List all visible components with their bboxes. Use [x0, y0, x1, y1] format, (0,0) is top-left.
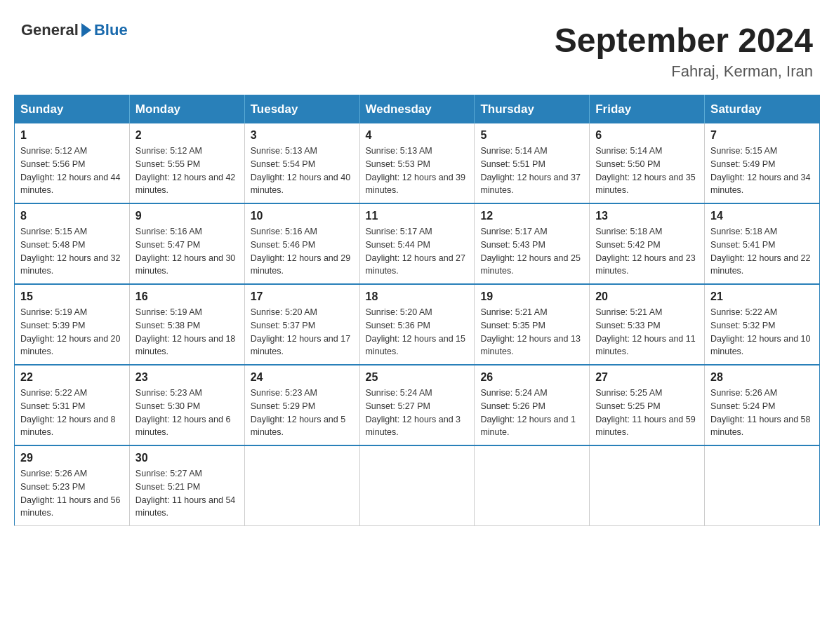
calendar-cell: 20 Sunrise: 5:21 AMSunset: 5:33 PMDaylig… [590, 284, 705, 365]
day-info: Sunrise: 5:24 AMSunset: 5:26 PMDaylight:… [480, 387, 583, 439]
day-number: 9 [135, 210, 239, 222]
header-cell-saturday: Saturday [705, 95, 820, 124]
calendar-cell: 8 Sunrise: 5:15 AMSunset: 5:48 PMDayligh… [15, 203, 130, 284]
day-info: Sunrise: 5:14 AMSunset: 5:50 PMDaylight:… [595, 145, 699, 197]
day-info: Sunrise: 5:19 AMSunset: 5:39 PMDaylight:… [20, 306, 124, 358]
week-row-2: 8 Sunrise: 5:15 AMSunset: 5:48 PMDayligh… [15, 203, 820, 284]
day-info: Sunrise: 5:15 AMSunset: 5:48 PMDaylight:… [20, 225, 124, 278]
day-number: 30 [135, 452, 239, 464]
calendar-cell: 2 Sunrise: 5:12 AMSunset: 5:55 PMDayligh… [129, 123, 244, 203]
day-number: 24 [251, 371, 354, 384]
day-number: 13 [595, 210, 699, 222]
day-info: Sunrise: 5:24 AMSunset: 5:27 PMDaylight:… [366, 387, 469, 439]
header-cell-tuesday: Tuesday [244, 95, 359, 124]
day-number: 25 [366, 371, 469, 384]
day-number: 15 [20, 290, 124, 303]
day-info: Sunrise: 5:21 AMSunset: 5:33 PMDaylight:… [595, 306, 699, 358]
day-info: Sunrise: 5:13 AMSunset: 5:53 PMDaylight:… [366, 145, 469, 197]
calendar-cell: 22 Sunrise: 5:22 AMSunset: 5:31 PMDaylig… [15, 365, 130, 445]
week-row-3: 15 Sunrise: 5:19 AMSunset: 5:39 PMDaylig… [15, 284, 820, 365]
title-block: September 2024 Fahraj, Kerman, Iran [555, 21, 813, 81]
header-cell-monday: Monday [129, 95, 244, 124]
day-number: 12 [480, 210, 583, 222]
day-number: 14 [710, 210, 814, 222]
header-cell-friday: Friday [590, 95, 705, 124]
calendar-cell: 26 Sunrise: 5:24 AMSunset: 5:26 PMDaylig… [475, 365, 590, 445]
day-info: Sunrise: 5:13 AMSunset: 5:54 PMDaylight:… [251, 145, 354, 197]
day-number: 3 [251, 129, 354, 142]
page-header: General Blue September 2024 Fahraj, Kerm… [14, 14, 820, 81]
day-info: Sunrise: 5:12 AMSunset: 5:55 PMDaylight:… [135, 145, 239, 197]
day-number: 29 [20, 452, 124, 464]
calendar-cell: 19 Sunrise: 5:21 AMSunset: 5:35 PMDaylig… [475, 284, 590, 365]
header-cell-sunday: Sunday [15, 95, 130, 124]
day-info: Sunrise: 5:20 AMSunset: 5:37 PMDaylight:… [251, 306, 354, 358]
day-number: 6 [595, 129, 699, 142]
calendar-cell [705, 445, 820, 526]
calendar-cell: 17 Sunrise: 5:20 AMSunset: 5:37 PMDaylig… [244, 284, 359, 365]
calendar-cell: 10 Sunrise: 5:16 AMSunset: 5:46 PMDaylig… [244, 203, 359, 284]
day-number: 19 [480, 290, 583, 303]
day-info: Sunrise: 5:27 AMSunset: 5:21 PMDaylight:… [135, 467, 239, 520]
calendar-cell: 1 Sunrise: 5:12 AMSunset: 5:56 PMDayligh… [15, 123, 130, 203]
header-cell-thursday: Thursday [475, 95, 590, 124]
logo: General Blue [21, 21, 128, 39]
week-row-4: 22 Sunrise: 5:22 AMSunset: 5:31 PMDaylig… [15, 365, 820, 445]
calendar-cell: 30 Sunrise: 5:27 AMSunset: 5:21 PMDaylig… [129, 445, 244, 526]
day-info: Sunrise: 5:16 AMSunset: 5:47 PMDaylight:… [135, 225, 239, 278]
calendar-cell: 25 Sunrise: 5:24 AMSunset: 5:27 PMDaylig… [359, 365, 475, 445]
day-info: Sunrise: 5:26 AMSunset: 5:23 PMDaylight:… [20, 467, 124, 520]
day-info: Sunrise: 5:23 AMSunset: 5:29 PMDaylight:… [251, 387, 354, 439]
header-row: SundayMondayTuesdayWednesdayThursdayFrid… [15, 95, 820, 124]
day-number: 1 [20, 129, 124, 142]
calendar-cell: 15 Sunrise: 5:19 AMSunset: 5:39 PMDaylig… [15, 284, 130, 365]
logo-blue-text: Blue [94, 21, 128, 39]
day-number: 8 [20, 210, 124, 222]
day-number: 5 [480, 129, 583, 142]
day-number: 16 [135, 290, 239, 303]
calendar-cell: 21 Sunrise: 5:22 AMSunset: 5:32 PMDaylig… [705, 284, 820, 365]
day-number: 2 [135, 129, 239, 142]
day-info: Sunrise: 5:19 AMSunset: 5:38 PMDaylight:… [135, 306, 239, 358]
day-info: Sunrise: 5:22 AMSunset: 5:32 PMDaylight:… [710, 306, 814, 358]
day-number: 18 [366, 290, 469, 303]
calendar-cell [359, 445, 475, 526]
day-info: Sunrise: 5:17 AMSunset: 5:44 PMDaylight:… [366, 225, 469, 278]
day-info: Sunrise: 5:18 AMSunset: 5:41 PMDaylight:… [710, 225, 814, 278]
day-number: 17 [251, 290, 354, 303]
day-info: Sunrise: 5:25 AMSunset: 5:25 PMDaylight:… [595, 387, 699, 439]
logo-general-text: General [21, 21, 79, 39]
day-number: 23 [135, 371, 239, 384]
day-info: Sunrise: 5:12 AMSunset: 5:56 PMDaylight:… [20, 145, 124, 197]
day-info: Sunrise: 5:23 AMSunset: 5:30 PMDaylight:… [135, 387, 239, 439]
calendar-cell: 9 Sunrise: 5:16 AMSunset: 5:47 PMDayligh… [129, 203, 244, 284]
week-row-5: 29 Sunrise: 5:26 AMSunset: 5:23 PMDaylig… [15, 445, 820, 526]
calendar-cell: 16 Sunrise: 5:19 AMSunset: 5:38 PMDaylig… [129, 284, 244, 365]
calendar-cell: 12 Sunrise: 5:17 AMSunset: 5:43 PMDaylig… [475, 203, 590, 284]
day-number: 28 [710, 371, 814, 384]
calendar-cell: 3 Sunrise: 5:13 AMSunset: 5:54 PMDayligh… [244, 123, 359, 203]
day-info: Sunrise: 5:22 AMSunset: 5:31 PMDaylight:… [20, 387, 124, 439]
calendar-cell: 6 Sunrise: 5:14 AMSunset: 5:50 PMDayligh… [590, 123, 705, 203]
logo-triangle-icon [81, 23, 91, 37]
day-info: Sunrise: 5:18 AMSunset: 5:42 PMDaylight:… [595, 225, 699, 278]
day-info: Sunrise: 5:14 AMSunset: 5:51 PMDaylight:… [480, 145, 583, 197]
day-number: 10 [251, 210, 354, 222]
week-row-1: 1 Sunrise: 5:12 AMSunset: 5:56 PMDayligh… [15, 123, 820, 203]
day-info: Sunrise: 5:16 AMSunset: 5:46 PMDaylight:… [251, 225, 354, 278]
day-info: Sunrise: 5:26 AMSunset: 5:24 PMDaylight:… [710, 387, 814, 439]
day-number: 21 [710, 290, 814, 303]
calendar-subtitle: Fahraj, Kerman, Iran [555, 62, 813, 81]
calendar-cell: 27 Sunrise: 5:25 AMSunset: 5:25 PMDaylig… [590, 365, 705, 445]
calendar-cell: 29 Sunrise: 5:26 AMSunset: 5:23 PMDaylig… [15, 445, 130, 526]
day-number: 11 [366, 210, 469, 222]
calendar-cell: 13 Sunrise: 5:18 AMSunset: 5:42 PMDaylig… [590, 203, 705, 284]
calendar-cell: 14 Sunrise: 5:18 AMSunset: 5:41 PMDaylig… [705, 203, 820, 284]
calendar-cell: 28 Sunrise: 5:26 AMSunset: 5:24 PMDaylig… [705, 365, 820, 445]
day-number: 20 [595, 290, 699, 303]
calendar-cell: 5 Sunrise: 5:14 AMSunset: 5:51 PMDayligh… [475, 123, 590, 203]
day-number: 26 [480, 371, 583, 384]
calendar-title: September 2024 [555, 21, 813, 60]
calendar-cell [244, 445, 359, 526]
calendar-cell: 23 Sunrise: 5:23 AMSunset: 5:30 PMDaylig… [129, 365, 244, 445]
